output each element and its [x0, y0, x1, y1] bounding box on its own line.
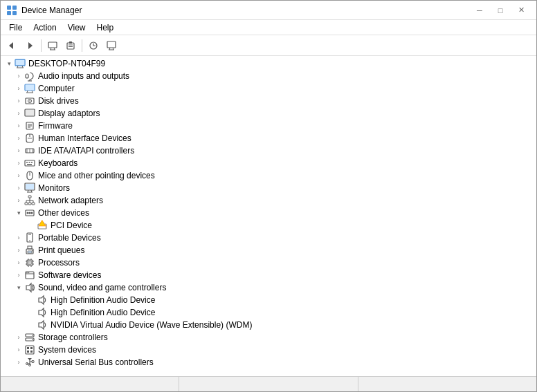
forward-button[interactable]	[21, 37, 38, 54]
tree-view[interactable]: ▾ DESKTOP-NT04F99 ›	[1, 56, 536, 376]
list-item[interactable]: › Display adaptors	[1, 107, 536, 120]
svg-marker-99	[39, 308, 44, 317]
svg-rect-62	[32, 203, 35, 205]
list-item[interactable]: ▾ Other devices	[1, 207, 536, 219]
keyboard-icon	[24, 158, 35, 169]
list-item[interactable]: ! PCI Device	[1, 219, 536, 232]
list-item[interactable]: › System devices	[1, 344, 536, 356]
maximize-button[interactable]: □	[491, 3, 510, 17]
expand-portable[interactable]: ›	[13, 232, 24, 243]
svg-rect-108	[27, 351, 29, 353]
svg-rect-36	[26, 110, 34, 115]
menu-action[interactable]: Action	[28, 21, 62, 34]
item-label: Human Interface Devices	[38, 133, 131, 143]
list-item[interactable]: › Mice and other pointing devices	[1, 169, 536, 182]
item-label: High Definition Audio Device	[51, 295, 155, 305]
list-item[interactable]: › Universal Serial Bus controllers	[1, 356, 536, 368]
scan-hardware-button[interactable]	[85, 37, 102, 54]
list-item[interactable]: › IDE ATA/ATAPI controllers	[1, 144, 536, 157]
expand-hid[interactable]: ›	[13, 133, 24, 144]
toolbar-separator-1	[41, 39, 42, 52]
tree-root[interactable]: ▾ DESKTOP-NT04F99	[1, 57, 536, 70]
svg-rect-15	[107, 41, 116, 48]
back-button[interactable]	[3, 37, 20, 54]
svg-marker-100	[39, 321, 44, 329]
hid-icon	[24, 133, 35, 144]
expand-keyboards[interactable]: ›	[13, 158, 24, 169]
svg-rect-48	[25, 160, 35, 166]
expand-computer[interactable]: ›	[13, 83, 24, 94]
toolbar	[1, 35, 536, 56]
svg-point-82	[32, 250, 33, 252]
list-item[interactable]: › Portable Devices	[1, 232, 536, 244]
list-item[interactable]: › Audio inputs and outputs	[1, 70, 536, 82]
item-label: High Definition Audio Device	[51, 308, 155, 317]
list-item[interactable]: › Network adapters	[1, 194, 536, 207]
expand-sound[interactable]: ▾	[13, 282, 24, 293]
svg-rect-49	[26, 162, 28, 163]
list-item[interactable]: High Definition Audio Device	[1, 306, 536, 319]
svg-marker-98	[39, 296, 44, 304]
list-item[interactable]: NVIDIA Virtual Audio Device (Wave Extens…	[1, 319, 536, 331]
list-item[interactable]: › Print queues	[1, 244, 536, 256]
expand-ide[interactable]: ›	[13, 145, 24, 156]
svg-rect-28	[26, 85, 34, 90]
computer-icon-btn[interactable]	[44, 37, 61, 54]
cpu-icon	[24, 257, 35, 268]
device-tree: ▾ DESKTOP-NT04F99 ›	[1, 56, 536, 370]
audio-device-icon	[37, 295, 48, 306]
status-bar	[1, 376, 536, 391]
list-item[interactable]: › Storage controllers	[1, 331, 536, 344]
close-button[interactable]: ✕	[511, 3, 531, 17]
list-item[interactable]: › Monitors	[1, 182, 536, 194]
menu-bar: File Action View Help	[1, 20, 536, 35]
root-expand[interactable]: ▾	[3, 58, 15, 69]
expand-display[interactable]: ›	[13, 108, 24, 119]
expand-system[interactable]: ›	[13, 344, 24, 355]
expand-network[interactable]: ›	[13, 195, 24, 206]
expand-firmware[interactable]: ›	[13, 120, 24, 131]
list-item[interactable]: ▾ Sound, video and game controllers	[1, 281, 536, 294]
monitor-icon	[24, 183, 35, 194]
expand-print[interactable]: ›	[13, 245, 24, 256]
list-item[interactable]: High Definition Audio Device	[1, 294, 536, 306]
list-item[interactable]: › Firmware	[1, 120, 536, 132]
svg-rect-24	[26, 74, 28, 78]
list-item[interactable]: › Keyboards	[1, 157, 536, 169]
svg-rect-1	[12, 6, 17, 10]
title-bar-left: Device Manager	[6, 5, 82, 16]
item-label: IDE ATA/ATAPI controllers	[38, 146, 134, 156]
list-item[interactable]: › Disk drives	[1, 95, 536, 107]
properties-button[interactable]	[62, 37, 79, 54]
monitor-button[interactable]	[103, 37, 120, 54]
expand-processors[interactable]: ›	[13, 257, 24, 268]
system-icon	[24, 344, 35, 355]
expand-monitors[interactable]: ›	[13, 183, 24, 194]
expand-disk[interactable]: ›	[13, 95, 24, 106]
item-label: Other devices	[38, 208, 89, 218]
portable-icon	[24, 232, 35, 243]
computer-icon	[15, 58, 26, 69]
expand-other[interactable]: ▾	[13, 207, 24, 218]
menu-view[interactable]: View	[62, 21, 91, 34]
item-label: Universal Serial Bus controllers	[38, 357, 154, 367]
minimize-button[interactable]: ─	[470, 3, 489, 17]
svg-rect-81	[28, 251, 32, 253]
menu-help[interactable]: Help	[91, 21, 120, 34]
display-icon	[24, 108, 35, 119]
svg-point-34	[29, 100, 30, 102]
svg-rect-50	[29, 162, 30, 163]
sound-icon	[24, 282, 35, 293]
menu-file[interactable]: File	[3, 21, 28, 34]
expand-software[interactable]: ›	[13, 270, 24, 281]
expand-usb[interactable]: ›	[13, 357, 24, 368]
list-item[interactable]: › Software devices	[1, 269, 536, 281]
expand-storage[interactable]: ›	[13, 332, 24, 343]
list-item[interactable]: › Computer	[1, 82, 536, 95]
list-item[interactable]: › Human Interface Devices	[1, 132, 536, 144]
svg-point-96	[28, 272, 30, 274]
expand-audio[interactable]: ›	[13, 71, 24, 82]
expand-mice[interactable]: ›	[13, 170, 24, 181]
svg-marker-97	[26, 283, 31, 292]
list-item[interactable]: › Processors	[1, 256, 536, 269]
